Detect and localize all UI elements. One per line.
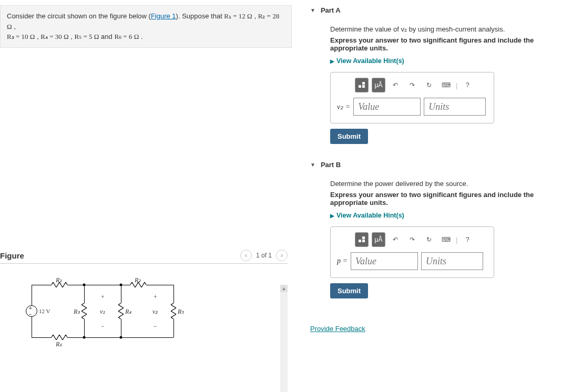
figure-body: ▲	[0, 285, 288, 392]
hints-label: View Available Hint(s)	[336, 57, 404, 65]
chevron-right-icon: ▶	[330, 58, 334, 64]
undo-button[interactable]: ↶	[389, 78, 402, 92]
part-a-hints-link[interactable]: ▶ View Available Hint(s)	[330, 57, 572, 65]
figure-link[interactable]: Figure 1	[151, 12, 176, 20]
redo-button[interactable]: ↷	[405, 232, 419, 247]
svg-rect-0	[359, 85, 361, 88]
part-b-value-input[interactable]	[351, 252, 418, 270]
circuit-diagram: R₁ R₂ R₃ R₄ R₅ R₆ 12 V v₁ v₂ + − + −	[32, 285, 200, 364]
label-src: 12 V	[39, 308, 50, 314]
problem-suffix: ). Suppose that	[176, 12, 224, 20]
part-a-title: Part A	[321, 6, 341, 14]
r4-val: R₄ = 30 Ω	[40, 33, 68, 40]
svg-rect-4	[362, 236, 365, 239]
figure-section: Figure ‹ 1 of 1 › ▲	[0, 247, 288, 392]
label-v2: v₂	[152, 308, 158, 316]
part-a-units-input[interactable]	[424, 98, 486, 116]
problem-prefix: Consider the circuit shown on the figure…	[7, 12, 151, 20]
voltage-source-icon	[26, 305, 37, 317]
part-a-question: Determine the value of v₂ by using mesh-…	[330, 25, 572, 33]
symbol-button[interactable]: μÅ	[372, 78, 385, 92]
redo-button[interactable]: ↷	[405, 78, 419, 92]
provide-feedback-link[interactable]: Provide Feedback	[310, 325, 365, 333]
figure-title: Figure	[0, 251, 24, 260]
svg-rect-2	[362, 85, 365, 88]
symbol-button[interactable]: μÅ	[372, 232, 385, 247]
part-b-header[interactable]: ▼ Part B	[310, 154, 572, 172]
keyboard-icon[interactable]: ⌨	[439, 232, 453, 247]
part-b-title: Part B	[321, 161, 341, 169]
figure-prev-button[interactable]: ‹	[240, 250, 252, 261]
part-b: ▼ Part B Determine the power delivered b…	[310, 154, 572, 298]
reset-button[interactable]: ↻	[422, 232, 436, 247]
part-b-instruction: Express your answer to two significant f…	[330, 191, 572, 207]
r5-val: R₅ = 5 Ω	[75, 33, 99, 40]
part-b-units-input[interactable]	[421, 252, 483, 270]
figure-pager: 1 of 1	[256, 252, 272, 259]
template-button[interactable]	[355, 232, 369, 247]
part-a-header[interactable]: ▼ Part A	[310, 0, 572, 18]
reset-button[interactable]: ↻	[422, 78, 436, 92]
label-r4: R₄	[125, 308, 131, 316]
caret-down-icon: ▼	[310, 7, 315, 13]
caret-down-icon: ▼	[310, 162, 315, 168]
part-b-hints-link[interactable]: ▶ View Available Hint(s)	[330, 212, 572, 219]
part-a-instruction: Express your answer to two significant f…	[330, 36, 572, 52]
part-b-var: p =	[337, 257, 348, 265]
hints-label: View Available Hint(s)	[336, 212, 404, 219]
part-a-answer-box: μÅ ↶ ↷ ↻ ⌨ | ? v₂ =	[330, 72, 494, 123]
part-a-var: v₂ =	[337, 102, 350, 111]
template-button[interactable]	[355, 78, 369, 92]
keyboard-icon[interactable]: ⌨	[439, 78, 453, 92]
help-button[interactable]: ?	[461, 78, 474, 92]
figure-nav: ‹ 1 of 1 ›	[240, 250, 288, 261]
part-a: ▼ Part A Determine the value of v₂ by us…	[310, 0, 572, 144]
figure-scroll-up[interactable]: ▲	[280, 285, 288, 292]
label-v1: v₁	[100, 308, 105, 316]
part-b-answer-box: μÅ ↶ ↷ ↻ ⌨ | ? p =	[330, 226, 494, 278]
r1-val: R₁ = 12 Ω	[224, 12, 252, 20]
part-b-question: Determine the power delivered by the sou…	[330, 180, 572, 188]
svg-rect-3	[359, 240, 361, 242]
label-r1: R₁	[56, 276, 62, 284]
help-button[interactable]: ?	[461, 232, 474, 247]
label-r3: R₃	[74, 308, 80, 316]
problem-statement: Consider the circuit shown on the figure…	[0, 5, 292, 48]
label-r2: R₂	[135, 276, 141, 284]
r6-val: R₆ = 6 Ω	[114, 33, 139, 40]
label-r6: R₆	[56, 341, 62, 348]
undo-button[interactable]: ↶	[389, 232, 402, 247]
chevron-right-icon: ▶	[330, 213, 334, 219]
svg-rect-1	[362, 82, 365, 85]
part-a-value-input[interactable]	[353, 98, 421, 116]
part-b-submit-button[interactable]: Submit	[330, 283, 368, 298]
svg-rect-5	[362, 240, 365, 242]
figure-next-button[interactable]: ›	[276, 250, 288, 261]
part-a-submit-button[interactable]: Submit	[330, 129, 368, 144]
r3-val: R₃ = 10 Ω	[7, 33, 35, 40]
label-r5: R₅	[178, 308, 184, 316]
